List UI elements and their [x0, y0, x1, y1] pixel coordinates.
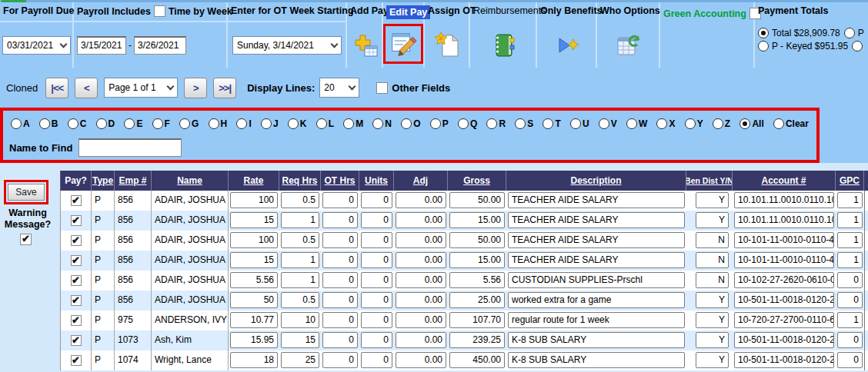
header-ben_dist[interactable]: Ben Dist Y/N	[686, 171, 733, 191]
gpc-input[interactable]: 0	[837, 352, 863, 368]
description-input[interactable]: regular route for 1 week	[508, 312, 685, 328]
ben_dist-input[interactable]: Y	[696, 332, 729, 348]
req_hrs-input[interactable]: 1	[281, 252, 319, 268]
gpc-input[interactable]: 1	[837, 232, 863, 248]
assign-ot-button[interactable]	[425, 30, 469, 61]
account-input[interactable]: 10-101-11-0010-0110-4	[734, 232, 834, 248]
adj-input[interactable]: 0.00	[396, 352, 446, 368]
units-input[interactable]: 0	[361, 312, 392, 328]
pay-checkbox[interactable]	[71, 215, 82, 226]
ot_hrs-input[interactable]: 0	[322, 292, 358, 308]
alpha-e[interactable]: E	[124, 118, 142, 129]
ot_hrs-input[interactable]: 0	[322, 192, 358, 208]
rate-input[interactable]: 100	[230, 232, 278, 248]
rate-input[interactable]: 10.77	[230, 312, 278, 328]
edit-pay-button[interactable]	[389, 28, 418, 57]
account-input[interactable]: 10-102-27-2620-0610-0	[734, 272, 834, 288]
header-gpc[interactable]: GPC	[836, 171, 864, 191]
alpha-m[interactable]: M	[343, 118, 363, 129]
units-input[interactable]: 0	[361, 352, 392, 368]
gpc-input[interactable]: 0	[837, 332, 863, 348]
pay-checkbox[interactable]	[71, 195, 82, 206]
alpha-h[interactable]: H	[209, 118, 228, 129]
ot_hrs-input[interactable]: 0	[322, 252, 358, 268]
description-input[interactable]: K-8 SUB SALARY	[508, 352, 685, 368]
ot_hrs-input[interactable]: 0	[322, 332, 358, 348]
alpha-v[interactable]: V	[599, 118, 617, 129]
pay-checkbox[interactable]	[71, 275, 82, 286]
add-pay-button[interactable]	[347, 30, 382, 61]
account-input[interactable]: 10.101.11.0010.0110.10	[734, 212, 834, 228]
req_hrs-input[interactable]: 15	[281, 332, 319, 348]
alpha-l[interactable]: L	[316, 118, 334, 129]
gross-input[interactable]: 15.00	[449, 252, 505, 268]
rate-input[interactable]: 15.95	[230, 332, 278, 348]
ot_hrs-input[interactable]: 0	[322, 352, 358, 368]
ot_hrs-input[interactable]: 0	[322, 232, 358, 248]
gross-input[interactable]: 50.00	[449, 232, 505, 248]
page-select[interactable]: Page 1 of 1	[104, 78, 178, 98]
req_hrs-input[interactable]: 10	[281, 312, 319, 328]
adj-input[interactable]: 0.00	[396, 252, 446, 268]
who-options-button[interactable]	[597, 30, 659, 61]
gpc-input[interactable]: 1	[837, 192, 863, 208]
adj-input[interactable]: 0.00	[396, 292, 446, 308]
gross-input[interactable]: 450.00	[449, 352, 505, 368]
for-payroll-due-select[interactable]: 03/31/2021	[2, 36, 71, 55]
alpha-f[interactable]: F	[152, 118, 170, 129]
name-to-find-input[interactable]	[78, 138, 182, 157]
ben_dist-input[interactable]: Y	[696, 312, 729, 328]
rate-input[interactable]: 50	[230, 292, 278, 308]
ben_dist-input[interactable]: Y	[696, 292, 729, 308]
alpha-j[interactable]: J	[261, 118, 279, 129]
gross-input[interactable]: 107.70	[449, 312, 505, 328]
reimbursements-button[interactable]	[470, 30, 536, 61]
alpha-d[interactable]: D	[96, 118, 115, 129]
gross-input[interactable]: 25.00	[449, 292, 505, 308]
description-input[interactable]: K-8 SUB SALARY	[508, 332, 685, 348]
account-input[interactable]: 10.101.11.0010.0110.10	[734, 192, 834, 208]
header-type[interactable]: Type	[92, 171, 115, 191]
account-input[interactable]: 10-501-11-0018-0120-2	[734, 352, 834, 368]
payment-total-option-0[interactable]: Total $28,909.78	[758, 28, 840, 38]
req_hrs-input[interactable]: 0.5	[281, 292, 319, 308]
adj-input[interactable]: 0.00	[396, 212, 446, 228]
req_hrs-input[interactable]: 1	[281, 212, 319, 228]
ben_dist-input[interactable]: Y	[696, 192, 729, 208]
gross-input[interactable]: 15.00	[449, 212, 505, 228]
payment-total-option-1[interactable]: P	[844, 28, 864, 38]
ben_dist-input[interactable]: N	[696, 272, 729, 288]
last-page-button[interactable]: >>|	[213, 78, 236, 98]
account-input[interactable]: 10-101-11-0010-0110-4	[734, 252, 834, 268]
pay-checkbox[interactable]	[71, 315, 82, 326]
ot-week-select[interactable]: Sunday, 3/14/2021	[232, 36, 342, 55]
units-input[interactable]: 0	[361, 192, 392, 208]
description-input[interactable]: TEACHER AIDE SALARY	[508, 212, 685, 228]
alpha-x[interactable]: X	[656, 118, 675, 129]
description-input[interactable]: TEACHER AIDE SALARY	[508, 252, 685, 268]
units-input[interactable]: 0	[361, 332, 392, 348]
account-input[interactable]: 10-720-27-2700-0110-6	[734, 312, 834, 328]
ben_dist-input[interactable]: N	[696, 232, 729, 248]
description-input[interactable]: CUSTODIAN SUPPLIES-Prschl	[508, 272, 685, 288]
alpha-b[interactable]: B	[39, 118, 58, 129]
adj-input[interactable]: 0.00	[396, 192, 446, 208]
alpha-n[interactable]: N	[372, 118, 392, 129]
req_hrs-input[interactable]: 1	[281, 272, 319, 288]
alpha-z[interactable]: Z	[713, 118, 730, 129]
alpha-p[interactable]: P	[430, 118, 449, 129]
adj-input[interactable]: 0.00	[396, 332, 446, 348]
alpha-s[interactable]: S	[515, 118, 533, 129]
ot_hrs-input[interactable]: 0	[322, 312, 358, 328]
rate-input[interactable]: 15	[230, 212, 278, 228]
first-page-button[interactable]: |<<	[45, 78, 68, 98]
prev-page-button[interactable]: <	[75, 78, 98, 98]
units-input[interactable]: 0	[361, 292, 392, 308]
warning-message-checkbox[interactable]	[20, 234, 32, 245]
alpha-u[interactable]: U	[570, 118, 589, 129]
description-input[interactable]: worked extra for a game	[508, 292, 685, 308]
ben_dist-input[interactable]: Y	[696, 352, 729, 368]
pay-checkbox[interactable]	[71, 295, 82, 306]
header-ot_hrs[interactable]: OT Hrs	[321, 171, 359, 191]
alpha-w[interactable]: W	[626, 118, 647, 129]
